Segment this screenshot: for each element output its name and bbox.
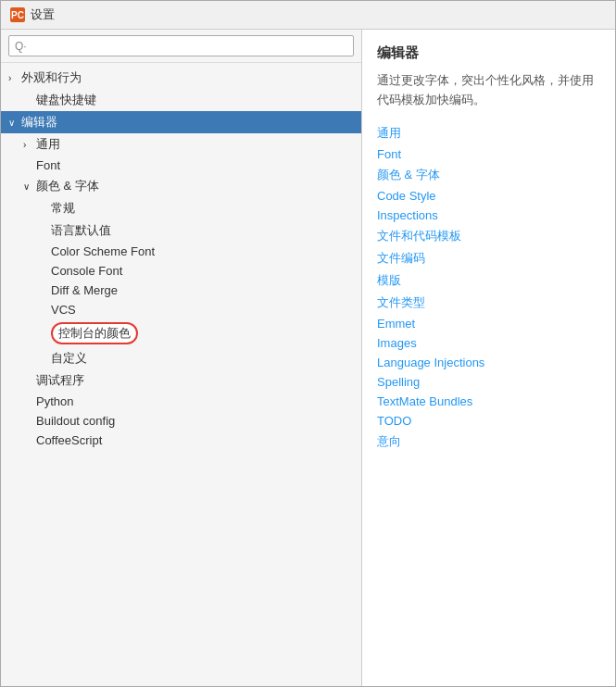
link-textmate-bundles[interactable]: TextMate Bundles	[377, 394, 600, 408]
tree-item-label: 键盘快捷键	[36, 92, 96, 108]
tree-item-label: VCS	[51, 303, 76, 317]
tree-item-editor[interactable]: ∨ 编辑器	[1, 111, 361, 133]
link-code-style[interactable]: Code Style	[377, 189, 600, 203]
tree-item-label: 常规	[51, 200, 75, 217]
right-panel-title: 编辑器	[377, 44, 600, 62]
link-general[interactable]: 通用	[377, 125, 600, 142]
link-file-type[interactable]: 文件类型	[377, 294, 600, 311]
right-panel-description: 通过更改字体，突出个性化风格，并使用代码模板加快编码。	[377, 71, 600, 110]
link-template[interactable]: 模版	[377, 272, 600, 289]
right-panel-links: 通用 Font 颜色 & 字体 Code Style Inspections 文…	[377, 125, 600, 450]
link-inspections[interactable]: Inspections	[377, 208, 600, 222]
tree-item-buildout[interactable]: Buildout config	[1, 411, 361, 431]
tree-item-colors-fonts[interactable]: ∨ 颜色 & 字体	[1, 175, 361, 197]
link-font[interactable]: Font	[377, 147, 600, 161]
tree-item-label: Console Font	[51, 264, 122, 278]
tree-item-coffeescript[interactable]: CoffeeScript	[1, 431, 361, 450]
window-title: 设置	[31, 6, 55, 23]
tree-item-label-highlighted: 控制台的颜色	[51, 322, 138, 344]
link-emmet[interactable]: Emmet	[377, 317, 600, 331]
tree-item-appearance[interactable]: › 外观和行为	[1, 67, 361, 89]
tree-item-debugger[interactable]: 调试程序	[1, 369, 361, 392]
tree-item-python[interactable]: Python	[1, 392, 361, 411]
tree-item-label: Color Scheme Font	[51, 244, 155, 258]
tree-item-label: 语言默认值	[51, 222, 111, 239]
tree-item-general[interactable]: › 通用	[1, 133, 361, 156]
link-colors-fonts[interactable]: 颜色 & 字体	[377, 167, 600, 183]
tree-item-label: 自定义	[51, 350, 87, 367]
chevron-icon: ∨	[23, 181, 32, 192]
tree-item-normal[interactable]: 常规	[1, 197, 361, 219]
tree-item-keyboard[interactable]: 键盘快捷键	[1, 89, 361, 111]
tree-item-label: Diff & Merge	[51, 283, 118, 297]
tree-item-lang-default[interactable]: 语言默认值	[1, 219, 361, 242]
search-icon: Q·	[15, 40, 27, 53]
link-intent[interactable]: 意向	[377, 433, 600, 450]
tree-item-label: Buildout config	[36, 414, 115, 428]
tree-item-console-font[interactable]: Console Font	[1, 261, 361, 281]
tree-item-vcs[interactable]: VCS	[1, 300, 361, 319]
tree-item-label: 外观和行为	[21, 69, 82, 86]
chevron-icon: ›	[8, 73, 18, 83]
search-bar: Q·	[1, 30, 361, 63]
tree-item-label: 颜色 & 字体	[36, 178, 99, 194]
tree-item-console-color[interactable]: 控制台的颜色	[1, 319, 361, 347]
right-panel: 编辑器 通过更改字体，突出个性化风格，并使用代码模板加快编码。 通用 Font …	[362, 30, 615, 686]
tree-item-custom[interactable]: 自定义	[1, 347, 361, 369]
app-icon: PC	[10, 7, 25, 22]
content-area: Q· › 外观和行为 键盘快捷键 ∨ 编辑器	[1, 30, 615, 686]
chevron-icon: ›	[23, 140, 32, 150]
link-spelling[interactable]: Spelling	[377, 375, 600, 389]
left-panel: Q· › 外观和行为 键盘快捷键 ∨ 编辑器	[1, 30, 362, 686]
tree-item-font[interactable]: Font	[1, 156, 361, 175]
chevron-icon: ∨	[8, 118, 18, 128]
settings-window: PC 设置 Q· › 外观和行为 键盘快捷键	[0, 0, 616, 687]
tree-item-diff-merge[interactable]: Diff & Merge	[1, 281, 361, 300]
tree-item-label: 通用	[36, 136, 60, 153]
tree-item-color-scheme-font[interactable]: Color Scheme Font	[1, 242, 361, 261]
tree-item-label: Python	[36, 394, 73, 408]
link-images[interactable]: Images	[377, 336, 600, 350]
titlebar: PC 设置	[1, 1, 615, 30]
link-file-encoding[interactable]: 文件编码	[377, 250, 600, 267]
link-language-injections[interactable]: Language Injections	[377, 356, 600, 369]
tree-item-label: Font	[36, 158, 60, 172]
tree-item-label: 调试程序	[36, 372, 84, 389]
link-todo[interactable]: TODO	[377, 414, 600, 428]
link-file-code-template[interactable]: 文件和代码模板	[377, 228, 600, 244]
tree-item-label: CoffeeScript	[36, 433, 102, 447]
search-input-wrapper[interactable]: Q·	[8, 35, 354, 56]
search-input[interactable]	[31, 39, 347, 53]
tree-item-label: 编辑器	[21, 114, 57, 131]
settings-tree: › 外观和行为 键盘快捷键 ∨ 编辑器 › 通用	[1, 63, 361, 686]
